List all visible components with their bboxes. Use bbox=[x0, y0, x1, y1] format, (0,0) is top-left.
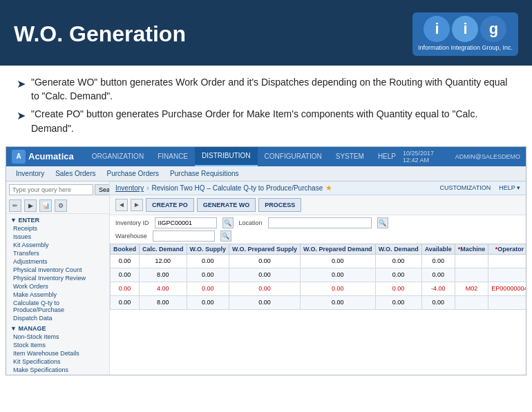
breadcrumb: Inventory › Revision Two HQ – Calculate … bbox=[110, 182, 526, 195]
sidebar-link-issues[interactable]: Issues bbox=[6, 233, 109, 241]
cell-2-0: 0.00 bbox=[111, 282, 140, 295]
generate-wo-button[interactable]: GENERATE WO bbox=[197, 198, 256, 212]
col-wo-prep-supply: W.O. Prepared Supply bbox=[229, 244, 301, 254]
logo-letter-g: g bbox=[480, 16, 506, 42]
location-label: Location bbox=[239, 219, 263, 226]
help-link[interactable]: HELP ▾ bbox=[499, 184, 520, 191]
location-input[interactable] bbox=[268, 217, 372, 228]
nav-finance[interactable]: FINANCE bbox=[151, 147, 195, 166]
nav-distribution[interactable]: DISTRIBUTION bbox=[195, 147, 258, 166]
cell-2-6: -4.00 bbox=[421, 282, 455, 295]
app-logo: A Acumatica bbox=[12, 150, 74, 164]
sidebar-link-physical-review[interactable]: Physical Inventory Review bbox=[6, 274, 109, 282]
back-arrow-btn[interactable]: ◄ bbox=[115, 199, 128, 211]
cell-1-6: 0.00 bbox=[421, 268, 455, 282]
warehouse-search-icon[interactable]: 🔍 bbox=[220, 230, 231, 242]
nav-organization[interactable]: ORGANIZATION bbox=[85, 147, 151, 166]
cell-2-3: 0.00 bbox=[229, 282, 301, 295]
search-button[interactable]: Search bbox=[95, 184, 110, 195]
sidebar-icon-play[interactable]: ▶ bbox=[24, 199, 37, 212]
cell-1-1: 8.00 bbox=[140, 268, 187, 282]
sidebar-link-physical-count[interactable]: Physical Inventory Count bbox=[6, 266, 109, 274]
bullet-text-1: "Generate WO" button generates Work Orde… bbox=[31, 75, 515, 104]
col-calc-demand: Calc. Demand bbox=[140, 244, 187, 254]
acumatica-icon: A bbox=[12, 150, 26, 164]
cell-0-3: 0.00 bbox=[229, 254, 301, 268]
cell-1-5: 0.00 bbox=[375, 268, 421, 282]
col-wo-demand: W.O. Demand bbox=[375, 244, 421, 254]
company-logo: i i g Information Integration Group, Inc… bbox=[412, 12, 518, 56]
main-panel: Inventory › Revision Two HQ – Calculate … bbox=[110, 182, 526, 375]
table-row: 0.004.000.000.000.000.00-4.00M02EP000000… bbox=[111, 282, 526, 295]
inventory-id-label: Inventory ID bbox=[115, 219, 149, 226]
sidebar-icon-chart[interactable]: 📊 bbox=[39, 199, 52, 212]
cell-1-8 bbox=[488, 268, 526, 282]
cell-2-5: 0.00 bbox=[375, 282, 421, 295]
sidebar-link-work-orders[interactable]: Work Orders bbox=[6, 282, 109, 291]
sidebar-link-kit-assembly[interactable]: Kit Assembly bbox=[6, 241, 109, 249]
cell-0-1: 12.00 bbox=[140, 254, 187, 268]
search-input[interactable] bbox=[9, 184, 93, 195]
cell-3-6: 0.00 bbox=[421, 295, 455, 309]
create-po-button[interactable]: CREATE PO bbox=[146, 198, 194, 212]
sidebar-toolbar: ✏ ▶ 📊 ⚙ bbox=[6, 198, 109, 214]
subnav-purchase-orders[interactable]: Purchase Orders bbox=[102, 166, 165, 181]
cell-3-5: 0.00 bbox=[375, 295, 421, 309]
inventory-id-input[interactable] bbox=[155, 217, 217, 228]
subnav-sales-orders[interactable]: Sales Orders bbox=[50, 166, 101, 181]
cell-3-2: 0.00 bbox=[187, 295, 229, 309]
sidebar-link-non-stock[interactable]: Non-Stock Items bbox=[6, 333, 109, 341]
cell-2-1: 4.00 bbox=[140, 282, 187, 295]
cell-2-8: EP00000004 bbox=[488, 282, 526, 295]
cell-2-7: M02 bbox=[455, 282, 488, 295]
nav-configuration[interactable]: CONFIGURATION bbox=[258, 147, 329, 166]
sidebar-link-kit-specs[interactable]: Kit Specifications bbox=[6, 357, 109, 366]
bullet-arrow-1: ➤ bbox=[17, 76, 26, 92]
breadcrumb-separator: › bbox=[146, 184, 149, 192]
location-search-icon[interactable]: 🔍 bbox=[377, 217, 388, 228]
nav-help[interactable]: HELP bbox=[371, 147, 403, 166]
cell-3-1: 8.00 bbox=[140, 295, 187, 309]
sidebar-icon-gear[interactable]: ⚙ bbox=[55, 199, 67, 212]
sidebar-link-make-assembly[interactable]: Make Assembly bbox=[6, 291, 109, 299]
warehouse-label: Warehouse bbox=[115, 233, 147, 239]
subnav-inventory[interactable]: Inventory bbox=[10, 166, 50, 181]
bullet-item-1: ➤ "Generate WO" button generates Work Or… bbox=[17, 75, 515, 104]
cell-3-8 bbox=[488, 295, 526, 309]
col-wo-supply: W.O. Supply bbox=[187, 244, 229, 254]
table-container: Booked Calc. Demand W.O. Supply W.O. Pre… bbox=[110, 244, 526, 310]
warehouse-input[interactable] bbox=[153, 230, 215, 242]
page-header: W.O. Generation i i g Information Integr… bbox=[0, 0, 532, 66]
app-name: Acumatica bbox=[28, 151, 74, 161]
cell-0-5: 0.00 bbox=[375, 254, 421, 268]
process-button[interactable]: PROCESS bbox=[258, 198, 301, 212]
cell-1-0: 0.00 bbox=[111, 268, 140, 282]
forward-arrow-btn[interactable]: ► bbox=[131, 199, 143, 211]
sidebar-link-transfers[interactable]: Transfers bbox=[6, 249, 109, 257]
sidebar-link-stock-items[interactable]: Stock Items bbox=[6, 341, 109, 349]
cell-3-7 bbox=[455, 295, 488, 309]
sidebar-link-make-specs[interactable]: Make Specifications bbox=[6, 366, 109, 374]
inventory-search-icon[interactable]: 🔍 bbox=[222, 217, 234, 228]
logo-letter-i1: i bbox=[424, 16, 450, 42]
sidebar-link-item-warehouse[interactable]: Item Warehouse Details bbox=[6, 349, 109, 357]
col-wo-prep-demand: W.O. Prepared Demand bbox=[301, 244, 376, 254]
sidebar-icon-pencil[interactable]: ✏ bbox=[9, 199, 21, 212]
sidebar-search-area: Search bbox=[6, 182, 109, 198]
sidebar-section-enter: ▼ ENTER bbox=[6, 214, 109, 224]
sidebar-link-dispatch[interactable]: Dispatch Data bbox=[6, 314, 109, 322]
breadcrumb-back[interactable]: Inventory bbox=[115, 184, 144, 192]
sidebar-link-adjustments[interactable]: Adjustments bbox=[6, 257, 109, 266]
sidebar-link-receipts[interactable]: Receipts bbox=[6, 224, 109, 233]
sidebar-link-calc-qty[interactable]: Calculate Q-ty to Produce/Purchase bbox=[6, 299, 109, 314]
nav-right: 10/25/2017 12:42 AM ADMIN@SALESDEMO bbox=[403, 150, 520, 164]
cell-0-2: 0.00 bbox=[187, 254, 229, 268]
subnav-purchase-requisitions[interactable]: Purchase Requisitions bbox=[164, 166, 245, 181]
bullet-arrow-2: ➤ bbox=[17, 108, 26, 124]
breadcrumb-current: Revision Two HQ – Calculate Q-ty to Prod… bbox=[151, 184, 323, 192]
customization-link[interactable]: CUSTOMIZATION bbox=[439, 184, 491, 191]
cell-1-7 bbox=[455, 268, 488, 282]
nav-system[interactable]: SYSTEM bbox=[329, 147, 371, 166]
favorite-star-icon[interactable]: ★ bbox=[325, 184, 332, 193]
warehouse-row: Warehouse 🔍 bbox=[110, 230, 526, 244]
